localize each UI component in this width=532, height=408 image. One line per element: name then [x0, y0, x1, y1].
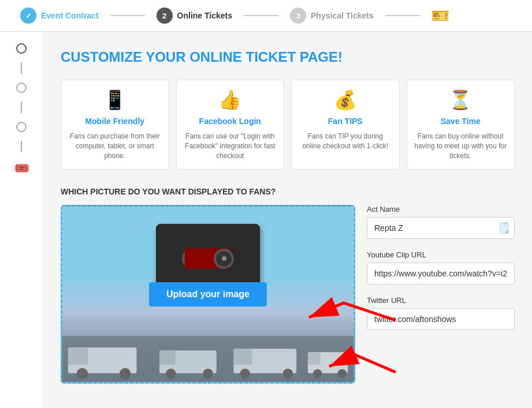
svg-point-2: [77, 368, 88, 380]
step-connector-2: [244, 15, 278, 16]
stepper-header: ✓ Event Contract 2 Online Tickets 3 Phys…: [0, 0, 532, 32]
picture-section: Upload your image: [61, 205, 515, 384]
act-name-icon: 🗒️: [497, 222, 510, 234]
step-3-number: 3: [296, 12, 300, 20]
feature-card-savetime-title: Save Time: [441, 117, 481, 126]
step-1-label: Event Contract: [41, 11, 99, 20]
page-title: CUSTOMIZE YOUR ONLINE TICKET PAGE!: [61, 49, 515, 65]
svg-rect-1: [68, 348, 88, 365]
youtube-url-input[interactable]: [367, 263, 515, 285]
savetime-icon: ⏳: [449, 89, 472, 111]
step-1-circle: ✓: [20, 8, 36, 24]
step-2-circle: 2: [157, 8, 173, 24]
feature-card-savetime: ⏳ Save Time Fans can buy online without …: [407, 80, 515, 170]
sidebar-line-2: [21, 102, 22, 113]
feature-card-tips-desc: Fans can TIP you during online checkout …: [299, 132, 392, 151]
cassette-reel-right: [214, 249, 234, 269]
right-form: Act Name 🗒️ Youtube Clip URL Twitter URL: [367, 205, 515, 384]
upload-button[interactable]: Upload your image: [149, 282, 267, 306]
twitter-url-label: Twitter URL: [367, 296, 515, 305]
svg-point-10: [240, 369, 250, 379]
feature-card-facebook: 👍 Facebook Login Fans can use our "Login…: [176, 80, 285, 170]
svg-point-14: [313, 369, 322, 379]
act-name-label: Act Name: [367, 205, 515, 214]
svg-point-15: [337, 369, 347, 379]
trucks-svg: [62, 336, 354, 382]
act-name-input[interactable]: [367, 217, 515, 239]
check-icon: ✓: [25, 12, 32, 20]
feature-card-tips-title: Fan TIPS: [328, 117, 363, 126]
main-content: CUSTOMIZE YOUR ONLINE TICKET PAGE! 📱 Mob…: [43, 32, 532, 408]
sidebar: 🎟️: [0, 32, 43, 408]
youtube-url-group: Youtube Clip URL: [367, 250, 515, 285]
step-3[interactable]: 3 Physical Tickets: [281, 0, 382, 31]
svg-rect-13: [308, 353, 321, 365]
act-name-input-wrapper: 🗒️: [367, 217, 515, 239]
twitter-url-input[interactable]: [367, 308, 515, 330]
youtube-url-label: Youtube Clip URL: [367, 250, 515, 259]
feature-card-mobile: 📱 Mobile Friendly Fans can purchase from…: [61, 80, 169, 170]
feature-card-mobile-title: Mobile Friendly: [85, 117, 144, 126]
feature-card-mobile-desc: Fans can purchase from their computer, t…: [68, 132, 162, 160]
svg-rect-5: [159, 351, 176, 365]
step-3-circle: 3: [290, 8, 306, 24]
svg-point-3: [120, 368, 131, 380]
picture-section-title: WHICH PICTURE DO YOU WANT DISPLAYED TO F…: [61, 187, 515, 196]
image-upload-container: Upload your image: [61, 205, 355, 384]
step-3-label: Physical Tickets: [311, 11, 374, 20]
sidebar-dot-2: [16, 83, 27, 93]
feature-cards: 📱 Mobile Friendly Fans can purchase from…: [61, 80, 515, 170]
twitter-url-group: Twitter URL: [367, 296, 515, 330]
step-connector-1: [110, 15, 145, 16]
main-layout: 🎟️ CUSTOMIZE YOUR ONLINE TICKET PAGE! 📱 …: [0, 32, 532, 408]
step-connector-3: [385, 15, 420, 16]
step-2[interactable]: 2 Online Tickets: [148, 0, 241, 31]
step-2-label: Online Tickets: [177, 11, 232, 20]
image-upload-box[interactable]: Upload your image: [61, 205, 355, 384]
sidebar-line-1: [21, 62, 22, 74]
feature-card-facebook-desc: Fans can use our "Login with Facebook" i…: [184, 132, 277, 160]
facebook-icon: 👍: [218, 89, 241, 111]
act-name-group: Act Name 🗒️: [367, 205, 515, 239]
mobile-icon: 📱: [103, 89, 127, 111]
feature-card-savetime-desc: Fans can buy online without having to me…: [414, 132, 508, 160]
step-3-icon: 🎫: [429, 4, 452, 27]
step-1[interactable]: ✓ Event Contract: [12, 0, 107, 31]
svg-point-7: [203, 369, 213, 379]
sidebar-dot-3: [16, 122, 27, 132]
feature-card-tips: 💰 Fan TIPS Fans can TIP you during onlin…: [291, 80, 400, 170]
trucks-silhouette: [62, 336, 354, 382]
sidebar-line-3: [21, 141, 22, 152]
tips-icon: 💰: [334, 89, 357, 111]
svg-point-11: [282, 369, 293, 379]
step-2-number: 2: [162, 12, 166, 20]
svg-rect-9: [233, 349, 252, 365]
sidebar-dot-1: [16, 43, 27, 54]
sidebar-ticket-icon: 🎟️: [14, 161, 29, 176]
svg-point-6: [166, 369, 176, 379]
feature-card-facebook-title: Facebook Login: [199, 117, 261, 126]
